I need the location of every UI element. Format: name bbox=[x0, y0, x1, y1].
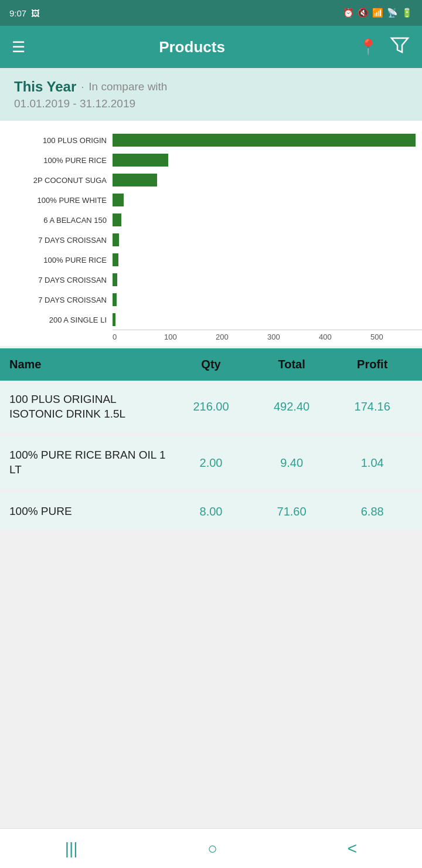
bottom-navigation: ||| ○ < bbox=[0, 828, 422, 868]
menu-button[interactable]: ☰ bbox=[12, 38, 25, 56]
product-profit: 6.88 bbox=[332, 505, 413, 518]
chart-bar-row: 100% PURE RICE bbox=[0, 250, 422, 270]
chart-bar-area bbox=[113, 213, 422, 226]
chart-x-label: 200 bbox=[216, 333, 267, 341]
chart-bar-area bbox=[113, 233, 422, 246]
svg-marker-0 bbox=[392, 38, 408, 52]
alarm-icon: ⏰ bbox=[343, 8, 354, 18]
chart-bar-row: 2P COCONUT SUGA bbox=[0, 170, 422, 190]
col-qty: Qty bbox=[171, 358, 251, 371]
table-row[interactable]: 100 PLUS ORIGINAL ISOTONIC DRINK 1.5L 21… bbox=[0, 381, 422, 433]
chart-bar-label: 100 PLUS ORIGIN bbox=[0, 136, 113, 145]
chart-bar-fill bbox=[113, 134, 416, 147]
image-icon: 🖼 bbox=[31, 8, 40, 18]
filter-icon[interactable] bbox=[389, 35, 410, 60]
product-qty: 8.00 bbox=[171, 505, 251, 518]
chart-bar-fill bbox=[113, 194, 124, 206]
chart-bar-label: 200 A SINGLE LI bbox=[0, 316, 113, 324]
date-period-label: This Year bbox=[14, 79, 76, 95]
chart-bar-fill bbox=[113, 154, 168, 167]
status-time: 9:07 bbox=[9, 8, 26, 18]
back-button[interactable]: < bbox=[324, 833, 380, 864]
col-total: Total bbox=[251, 358, 332, 371]
chart-bar-area bbox=[113, 154, 422, 167]
chart-bar-fill bbox=[113, 273, 117, 286]
chart-bar-area bbox=[113, 194, 422, 206]
table-header: Name Qty Total Profit bbox=[0, 348, 422, 381]
date-banner[interactable]: This Year · In compare with 01.01.2019 -… bbox=[0, 68, 422, 121]
wifi-icon: 📶 bbox=[372, 8, 383, 18]
chart-bar-row: 100% PURE RICE bbox=[0, 150, 422, 170]
chart-bar-area bbox=[113, 293, 422, 306]
status-bar: 9:07 🖼 ⏰ 🔇 📶 📡 🔋 bbox=[0, 0, 422, 26]
chart-bar-area bbox=[113, 134, 422, 147]
product-profit: 174.16 bbox=[332, 400, 413, 413]
location-icon[interactable]: 📍 bbox=[359, 38, 377, 56]
chart-x-label: 300 bbox=[267, 333, 319, 341]
chart-bar-area bbox=[113, 313, 422, 326]
bar-chart: 100 PLUS ORIGIN100% PURE RICE2P COCONUT … bbox=[0, 121, 422, 346]
app-header: ☰ Products 📍 bbox=[0, 26, 422, 68]
chart-bar-area bbox=[113, 174, 422, 187]
chart-bar-row: 7 DAYS CROISSAN bbox=[0, 230, 422, 250]
product-qty: 216.00 bbox=[171, 400, 251, 413]
product-name: 100% PURE bbox=[9, 504, 171, 519]
chart-bar-label: 7 DAYS CROISSAN bbox=[0, 276, 113, 284]
col-profit: Profit bbox=[332, 358, 413, 371]
chart-x-label: 0 bbox=[113, 333, 164, 341]
chart-bar-label: 2P COCONUT SUGA bbox=[0, 176, 113, 185]
product-total: 492.40 bbox=[251, 400, 332, 413]
chart-x-label: 500 bbox=[370, 333, 422, 341]
chart-bar-label: 100% PURE RICE bbox=[0, 256, 113, 265]
chart-bar-fill bbox=[113, 313, 115, 326]
chart-bar-row: 100 PLUS ORIGIN bbox=[0, 130, 422, 150]
chart-x-label: 100 bbox=[164, 333, 216, 341]
chart-bar-row: 7 DAYS CROISSAN bbox=[0, 270, 422, 290]
product-name: 100% PURE RICE BRAN OIL 1 LT bbox=[9, 448, 171, 477]
product-profit: 1.04 bbox=[332, 456, 413, 470]
product-total: 71.60 bbox=[251, 505, 332, 518]
recents-button[interactable]: ||| bbox=[42, 833, 101, 864]
mute-icon: 🔇 bbox=[358, 8, 369, 18]
home-button[interactable]: ○ bbox=[184, 833, 241, 864]
product-name: 100 PLUS ORIGINAL ISOTONIC DRINK 1.5L bbox=[9, 392, 171, 421]
table-row[interactable]: 100% PURE RICE BRAN OIL 1 LT 2.00 9.40 1… bbox=[0, 436, 422, 489]
chart-bar-fill bbox=[113, 213, 121, 226]
chart-bar-label: 7 DAYS CROISSAN bbox=[0, 296, 113, 304]
chart-bar-row: 7 DAYS CROISSAN bbox=[0, 290, 422, 310]
chart-bar-label: 100% PURE WHITE bbox=[0, 196, 113, 205]
chart-bar-area bbox=[113, 273, 422, 286]
chart-bar-label: 7 DAYS CROISSAN bbox=[0, 236, 113, 245]
chart-bar-row: 200 A SINGLE LI bbox=[0, 310, 422, 330]
chart-bar-area bbox=[113, 253, 422, 266]
signal-icon: 📡 bbox=[387, 8, 398, 18]
chart-bar-fill bbox=[113, 293, 117, 306]
chart-bar-row: 100% PURE WHITE bbox=[0, 190, 422, 210]
chart-x-axis: 0100200300400500 bbox=[113, 330, 422, 341]
chart-bar-fill bbox=[113, 233, 119, 246]
battery-icon: 🔋 bbox=[401, 8, 413, 18]
product-total: 9.40 bbox=[251, 456, 332, 470]
chart-bar-row: 6 A BELACAN 150 bbox=[0, 210, 422, 230]
date-range: 01.01.2019 - 31.12.2019 bbox=[14, 97, 408, 110]
product-qty: 2.00 bbox=[171, 456, 251, 470]
products-table: Name Qty Total Profit 100 PLUS ORIGINAL … bbox=[0, 348, 422, 530]
chart-bar-label: 6 A BELACAN 150 bbox=[0, 216, 113, 225]
compare-text: In compare with bbox=[89, 80, 167, 93]
chart-x-label: 400 bbox=[319, 333, 370, 341]
chart-bar-label: 100% PURE RICE bbox=[0, 156, 113, 165]
page-title: Products bbox=[37, 38, 347, 56]
chart-bar-fill bbox=[113, 174, 157, 187]
chart-bar-fill bbox=[113, 253, 118, 266]
col-name: Name bbox=[9, 358, 171, 371]
dot-separator: · bbox=[81, 81, 84, 93]
table-row[interactable]: 100% PURE 8.00 71.60 6.88 bbox=[0, 493, 422, 531]
